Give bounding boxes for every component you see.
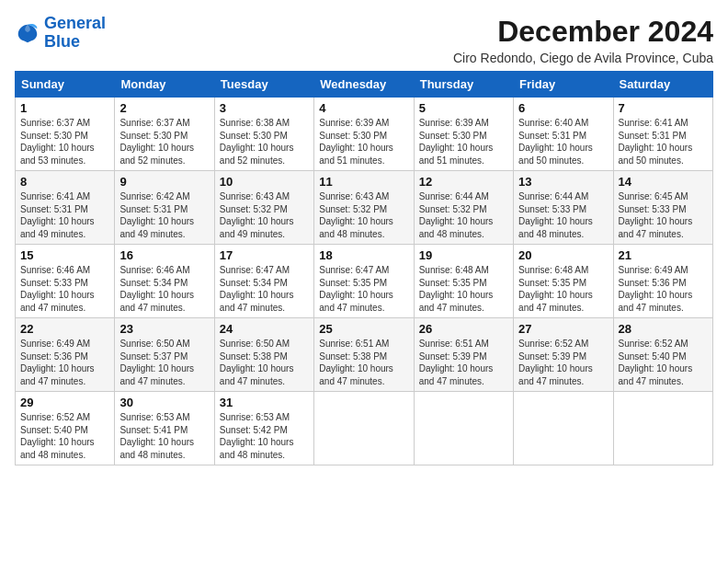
day-info: Sunrise: 6:52 AM Sunset: 5:39 PM Dayligh… [518, 338, 608, 387]
calendar-day-cell: 16Sunrise: 6:46 AM Sunset: 5:34 PM Dayli… [115, 245, 214, 318]
calendar-day-cell: 5Sunrise: 6:39 AM Sunset: 5:30 PM Daylig… [414, 98, 513, 171]
day-number: 15 [20, 248, 109, 262]
day-number: 2 [119, 101, 209, 115]
day-info: Sunrise: 6:44 AM Sunset: 5:33 PM Dayligh… [518, 190, 608, 240]
day-number: 19 [419, 248, 508, 262]
day-info: Sunrise: 6:44 AM Sunset: 5:32 PM Dayligh… [419, 190, 508, 240]
logo-text: General Blue [44, 15, 106, 52]
calendar-day-cell: 14Sunrise: 6:45 AM Sunset: 5:33 PM Dayli… [613, 171, 712, 245]
day-info: Sunrise: 6:40 AM Sunset: 5:31 PM Dayligh… [518, 117, 608, 167]
day-info: Sunrise: 6:48 AM Sunset: 5:35 PM Dayligh… [419, 264, 508, 314]
calendar-day-cell: 8Sunrise: 6:41 AM Sunset: 5:31 PM Daylig… [16, 171, 115, 245]
empty-cell [514, 392, 613, 465]
empty-cell [613, 392, 712, 465]
day-number: 13 [518, 175, 608, 189]
day-number: 25 [319, 322, 408, 336]
day-info: Sunrise: 6:50 AM Sunset: 5:38 PM Dayligh… [220, 338, 309, 387]
day-info: Sunrise: 6:48 AM Sunset: 5:35 PM Dayligh… [518, 264, 608, 314]
calendar-day-cell: 28Sunrise: 6:52 AM Sunset: 5:40 PM Dayli… [613, 318, 712, 392]
weekday-header-monday: Monday [115, 72, 214, 98]
day-number: 1 [20, 101, 109, 115]
day-number: 14 [619, 175, 708, 189]
day-info: Sunrise: 6:39 AM Sunset: 5:30 PM Dayligh… [319, 117, 408, 167]
day-number: 28 [619, 322, 708, 336]
day-info: Sunrise: 6:53 AM Sunset: 5:42 PM Dayligh… [220, 411, 309, 461]
calendar-day-cell: 20Sunrise: 6:48 AM Sunset: 5:35 PM Dayli… [514, 245, 613, 318]
day-info: Sunrise: 6:49 AM Sunset: 5:36 PM Dayligh… [619, 264, 708, 314]
weekday-header-thursday: Thursday [414, 72, 513, 98]
calendar-day-cell: 7Sunrise: 6:41 AM Sunset: 5:31 PM Daylig… [613, 98, 712, 171]
day-number: 23 [119, 322, 209, 336]
day-info: Sunrise: 6:38 AM Sunset: 5:30 PM Dayligh… [220, 117, 309, 167]
day-number: 7 [619, 101, 708, 115]
day-info: Sunrise: 6:53 AM Sunset: 5:41 PM Dayligh… [119, 411, 209, 461]
calendar-day-cell: 10Sunrise: 6:43 AM Sunset: 5:32 PM Dayli… [214, 171, 313, 245]
calendar-day-cell: 9Sunrise: 6:42 AM Sunset: 5:31 PM Daylig… [115, 171, 214, 245]
weekday-header-tuesday: Tuesday [214, 72, 313, 98]
day-info: Sunrise: 6:42 AM Sunset: 5:31 PM Dayligh… [119, 190, 209, 240]
calendar-day-cell: 21Sunrise: 6:49 AM Sunset: 5:36 PM Dayli… [613, 245, 712, 318]
calendar-day-cell: 22Sunrise: 6:49 AM Sunset: 5:36 PM Dayli… [16, 318, 115, 392]
day-number: 11 [319, 175, 408, 189]
calendar-day-cell: 26Sunrise: 6:51 AM Sunset: 5:39 PM Dayli… [414, 318, 513, 392]
calendar-table: SundayMondayTuesdayWednesdayThursdayFrid… [15, 71, 713, 465]
day-info: Sunrise: 6:52 AM Sunset: 5:40 PM Dayligh… [619, 338, 708, 387]
logo-line1: General [44, 14, 106, 32]
calendar-day-cell: 24Sunrise: 6:50 AM Sunset: 5:38 PM Dayli… [214, 318, 313, 392]
calendar-day-cell: 30Sunrise: 6:53 AM Sunset: 5:41 PM Dayli… [115, 392, 214, 465]
weekday-header-wednesday: Wednesday [314, 72, 414, 98]
day-number: 20 [518, 248, 608, 262]
day-number: 9 [119, 175, 209, 189]
calendar-day-cell: 27Sunrise: 6:52 AM Sunset: 5:39 PM Dayli… [514, 318, 613, 392]
day-info: Sunrise: 6:52 AM Sunset: 5:40 PM Dayligh… [20, 411, 109, 461]
calendar-day-cell: 18Sunrise: 6:47 AM Sunset: 5:35 PM Dayli… [314, 245, 414, 318]
day-number: 5 [419, 101, 508, 115]
calendar-day-cell: 12Sunrise: 6:44 AM Sunset: 5:32 PM Dayli… [414, 171, 513, 245]
day-info: Sunrise: 6:46 AM Sunset: 5:34 PM Dayligh… [119, 264, 209, 314]
day-number: 17 [220, 248, 309, 262]
day-info: Sunrise: 6:51 AM Sunset: 5:38 PM Dayligh… [319, 338, 408, 387]
day-info: Sunrise: 6:41 AM Sunset: 5:31 PM Dayligh… [20, 190, 109, 240]
day-number: 21 [619, 248, 708, 262]
day-info: Sunrise: 6:37 AM Sunset: 5:30 PM Dayligh… [119, 117, 209, 167]
day-info: Sunrise: 6:49 AM Sunset: 5:36 PM Dayligh… [20, 338, 109, 387]
day-number: 16 [119, 248, 209, 262]
day-number: 27 [518, 322, 608, 336]
day-info: Sunrise: 6:39 AM Sunset: 5:30 PM Dayligh… [419, 117, 508, 167]
empty-cell [414, 392, 513, 465]
calendar-week-row: 29Sunrise: 6:52 AM Sunset: 5:40 PM Dayli… [16, 392, 713, 465]
calendar-day-cell: 11Sunrise: 6:43 AM Sunset: 5:32 PM Dayli… [314, 171, 414, 245]
calendar-week-row: 1Sunrise: 6:37 AM Sunset: 5:30 PM Daylig… [16, 98, 713, 171]
day-number: 30 [119, 396, 209, 409]
day-number: 6 [518, 101, 608, 115]
calendar-day-cell: 3Sunrise: 6:38 AM Sunset: 5:30 PM Daylig… [214, 98, 313, 171]
day-number: 26 [419, 322, 508, 336]
calendar-week-row: 22Sunrise: 6:49 AM Sunset: 5:36 PM Dayli… [16, 318, 713, 392]
day-number: 3 [220, 101, 309, 115]
day-number: 24 [220, 322, 309, 336]
calendar-day-cell: 13Sunrise: 6:44 AM Sunset: 5:33 PM Dayli… [514, 171, 613, 245]
day-number: 12 [419, 175, 508, 189]
day-info: Sunrise: 6:47 AM Sunset: 5:35 PM Dayligh… [319, 264, 408, 314]
calendar-day-cell: 15Sunrise: 6:46 AM Sunset: 5:33 PM Dayli… [16, 245, 115, 318]
calendar-day-cell: 23Sunrise: 6:50 AM Sunset: 5:37 PM Dayli… [115, 318, 214, 392]
day-number: 22 [20, 322, 109, 336]
weekday-header-friday: Friday [514, 72, 613, 98]
day-info: Sunrise: 6:37 AM Sunset: 5:30 PM Dayligh… [20, 117, 109, 167]
empty-cell [314, 392, 414, 465]
calendar-day-cell: 25Sunrise: 6:51 AM Sunset: 5:38 PM Dayli… [314, 318, 414, 392]
day-number: 29 [20, 396, 109, 409]
logo-icon [15, 20, 40, 46]
day-number: 31 [220, 396, 309, 409]
weekday-header-sunday: Sunday [16, 72, 115, 98]
calendar-day-cell: 17Sunrise: 6:47 AM Sunset: 5:34 PM Dayli… [214, 245, 313, 318]
calendar-week-row: 8Sunrise: 6:41 AM Sunset: 5:31 PM Daylig… [16, 171, 713, 245]
header: General Blue December 2024 Ciro Redondo,… [15, 15, 713, 65]
day-number: 4 [319, 101, 408, 115]
page-title: December 2024 [453, 15, 713, 49]
day-info: Sunrise: 6:46 AM Sunset: 5:33 PM Dayligh… [20, 264, 109, 314]
calendar-day-cell: 29Sunrise: 6:52 AM Sunset: 5:40 PM Dayli… [16, 392, 115, 465]
day-info: Sunrise: 6:51 AM Sunset: 5:39 PM Dayligh… [419, 338, 508, 387]
calendar-day-cell: 6Sunrise: 6:40 AM Sunset: 5:31 PM Daylig… [514, 98, 613, 171]
logo: General Blue [15, 15, 106, 52]
